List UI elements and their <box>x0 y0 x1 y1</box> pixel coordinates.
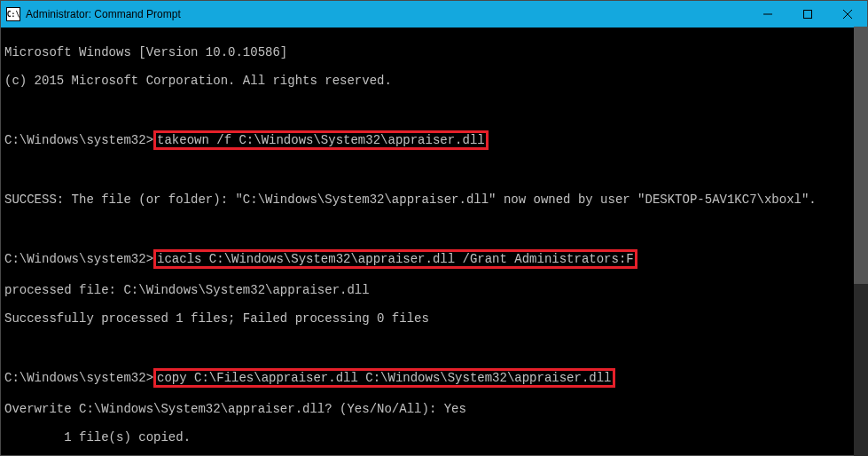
output-line: processed file: C:\Windows\System32\appr… <box>4 283 864 297</box>
output-line: SUCCESS: The file (or folder): "C:\Windo… <box>4 193 864 207</box>
window-title: Administrator: Command Prompt <box>26 8 181 20</box>
prompt-path: C:\Windows\system32> <box>4 371 153 385</box>
version-line: Microsoft Windows [Version 10.0.10586] <box>4 45 864 59</box>
titlebar[interactable]: C:\ Administrator: Command Prompt <box>1 1 867 28</box>
minimize-button[interactable] <box>747 1 787 28</box>
output-line: 1 file(s) copied. <box>4 430 864 444</box>
command-highlight-1: takeown /f C:\Windows\System32\appraiser… <box>153 130 489 150</box>
minimize-icon <box>763 10 772 19</box>
copyright-line: (c) 2015 Microsoft Corporation. All righ… <box>4 74 864 88</box>
close-icon <box>843 10 852 19</box>
svg-rect-1 <box>803 11 811 19</box>
command-prompt-window: C:\ Administrator: Command Prompt Micros… <box>0 0 868 456</box>
scrollbar-thumb[interactable] <box>854 27 868 284</box>
terminal-output[interactable]: Microsoft Windows [Version 10.0.10586] (… <box>1 28 867 455</box>
close-button[interactable] <box>827 1 867 28</box>
output-line: Successfully processed 1 files; Failed p… <box>4 311 864 326</box>
output-line: Overwrite C:\Windows\System32\appraiser.… <box>4 402 864 416</box>
maximize-icon <box>803 10 812 19</box>
prompt-path: C:\Windows\system32> <box>4 133 153 147</box>
command-highlight-3: copy C:\Files\appraiser.dll C:\Windows\S… <box>153 368 614 388</box>
vertical-scrollbar[interactable] <box>854 27 868 456</box>
cmd-icon: C:\ <box>6 7 20 21</box>
prompt-path: C:\Windows\system32> <box>4 252 153 266</box>
command-highlight-2: icacls C:\Windows\System32\appraiser.dll… <box>153 249 637 269</box>
maximize-button[interactable] <box>787 1 827 28</box>
